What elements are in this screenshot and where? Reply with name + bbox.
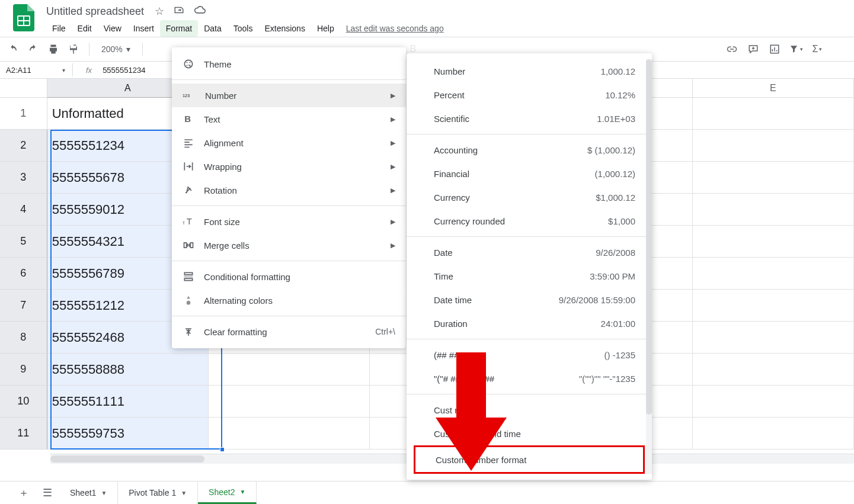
format-alternating[interactable]: Alternating colors <box>172 288 406 312</box>
paint-format-icon[interactable] <box>66 42 81 56</box>
format-clear[interactable]: Clear formatting Ctrl+\ <box>172 320 406 344</box>
svg-point-4 <box>184 60 192 68</box>
number-format-option[interactable]: Scientific1.01E+03 <box>407 107 652 130</box>
row-header[interactable]: 8 <box>0 322 47 354</box>
number-format-option[interactable]: Custom date and time <box>407 422 652 445</box>
menu-format[interactable]: Format <box>160 20 198 37</box>
last-edit-link[interactable]: Last edit was seconds ago <box>340 20 450 37</box>
sheet-tab[interactable]: Sheet1▼ <box>59 481 118 504</box>
cell[interactable]: 5555551111 <box>47 386 209 418</box>
comment-icon[interactable] <box>746 42 760 56</box>
number-format-option[interactable]: Date time9/26/2008 15:59:00 <box>407 288 652 312</box>
menu-help[interactable]: Help <box>311 20 340 37</box>
select-all-corner[interactable] <box>0 79 47 98</box>
format-wrapping[interactable]: Wrapping ▶ <box>172 155 406 178</box>
add-sheet-icon[interactable]: ＋ <box>12 486 36 500</box>
row-header[interactable]: 5 <box>0 226 47 258</box>
cell[interactable] <box>693 354 854 386</box>
cell[interactable] <box>693 130 854 162</box>
zoom-select[interactable]: 200% ▾ <box>98 44 134 54</box>
cell[interactable] <box>693 258 854 290</box>
format-wrapping-label: Wrapping <box>204 162 242 172</box>
print-icon[interactable] <box>46 42 60 56</box>
row-header[interactable]: 9 <box>0 354 47 386</box>
cell[interactable] <box>209 418 370 450</box>
cell[interactable] <box>693 226 854 258</box>
menu-edit[interactable]: Edit <box>72 20 98 37</box>
number-format-option[interactable]: Currency rounded$1,000 <box>407 209 652 233</box>
number-format-option[interactable]: Date9/26/2008 <box>407 240 652 264</box>
menu-insert[interactable]: Insert <box>127 20 160 37</box>
menu-tools[interactable]: Tools <box>228 20 259 37</box>
row-header[interactable]: 6 <box>0 258 47 290</box>
sheet-tab[interactable]: Sheet2▼ <box>198 481 257 504</box>
format-clear-shortcut: Ctrl+\ <box>375 327 395 336</box>
number-format-option[interactable]: Custom number format <box>414 445 645 474</box>
row-header[interactable]: 4 <box>0 194 47 226</box>
row-header[interactable]: 10 <box>0 386 47 418</box>
cell[interactable] <box>693 322 854 354</box>
move-icon[interactable] <box>174 5 184 18</box>
format-theme[interactable]: Theme <box>172 52 406 76</box>
functions-icon[interactable]: Σ▾ <box>810 42 824 56</box>
name-box[interactable]: A2:A11 ▾ <box>0 66 70 75</box>
menu-extensions[interactable]: Extensions <box>258 20 311 37</box>
format-text-label: Text <box>204 114 220 124</box>
format-rotation[interactable]: Rotation ▶ <box>172 178 406 202</box>
col-header-E[interactable]: E <box>693 79 854 98</box>
link-icon[interactable] <box>725 42 739 56</box>
cell[interactable] <box>693 194 854 226</box>
cell[interactable] <box>693 418 854 450</box>
number-submenu: Number1,000.12Percent10.12%Scientific1.0… <box>407 53 652 480</box>
format-alignment[interactable]: Alignment ▶ <box>172 131 406 155</box>
cell[interactable]: 5555558888 <box>47 354 209 386</box>
format-conditional[interactable]: Conditional formatting <box>172 265 406 288</box>
format-merge-label: Merge cells <box>204 240 250 251</box>
formula-value[interactable]: 5555551234 <box>103 66 145 75</box>
cell[interactable]: 5555559753 <box>47 418 209 450</box>
number-format-option[interactable]: Financial(1,000.12) <box>407 162 652 185</box>
redo-icon[interactable] <box>26 42 40 56</box>
number-format-option[interactable]: (## ####() -1235 <box>407 343 652 367</box>
row-header[interactable]: 3 <box>0 162 47 194</box>
number-format-option[interactable]: Duration24:01:00 <box>407 312 652 335</box>
cell[interactable] <box>209 386 370 418</box>
number-format-label: (## #### <box>434 350 469 360</box>
cell[interactable] <box>693 386 854 418</box>
filter-icon[interactable]: ▾ <box>789 42 803 56</box>
number-format-label: Custom date and time <box>434 429 521 439</box>
row-header[interactable]: 7 <box>0 290 47 322</box>
menu-file[interactable]: File <box>46 20 72 37</box>
cell[interactable] <box>693 162 854 194</box>
cell[interactable] <box>209 354 370 386</box>
cloud-status-icon[interactable] <box>194 5 206 18</box>
row-header[interactable]: 11 <box>0 418 47 450</box>
row-header[interactable]: 2 <box>0 130 47 162</box>
all-sheets-icon[interactable]: ☰ <box>36 486 59 499</box>
svg-rect-14 <box>184 278 192 280</box>
menu-view[interactable]: View <box>98 20 127 37</box>
sheet-tab[interactable]: Pivot Table 1▼ <box>118 481 198 504</box>
number-format-option[interactable]: "("# ###"-"####"("")"" ""-"1235 <box>407 367 652 390</box>
menu-data[interactable]: Data <box>198 20 228 37</box>
number-format-option[interactable]: Percent10.12% <box>407 83 652 107</box>
number-format-option[interactable]: Time3:59:00 PM <box>407 264 652 288</box>
row-header[interactable]: 1 <box>0 98 47 130</box>
format-text[interactable]: B Text ▶ <box>172 107 406 131</box>
number-format-option[interactable]: Accounting$ (1,000.12) <box>407 138 652 162</box>
cell[interactable] <box>693 290 854 322</box>
cell[interactable] <box>693 98 854 130</box>
undo-icon[interactable] <box>6 42 20 56</box>
selection-handle[interactable] <box>220 447 225 452</box>
caret-down-icon: ▼ <box>101 490 107 496</box>
star-icon[interactable]: ☆ <box>155 5 164 18</box>
chart-icon[interactable] <box>767 42 782 56</box>
format-merge[interactable]: Merge cells ▶ <box>172 233 406 257</box>
format-number[interactable]: 123 Number ▶ <box>172 84 406 107</box>
submenu-scrollbar[interactable] <box>646 59 652 474</box>
format-fontsize[interactable]: тT Font size ▶ <box>172 210 406 233</box>
number-format-option[interactable]: Currency$1,000.12 <box>407 185 652 209</box>
doc-title[interactable]: Untitled spreadsheet <box>46 5 152 18</box>
number-format-option[interactable]: Number1,000.12 <box>407 59 652 83</box>
number-format-option[interactable]: Cust rrency <box>407 398 652 422</box>
